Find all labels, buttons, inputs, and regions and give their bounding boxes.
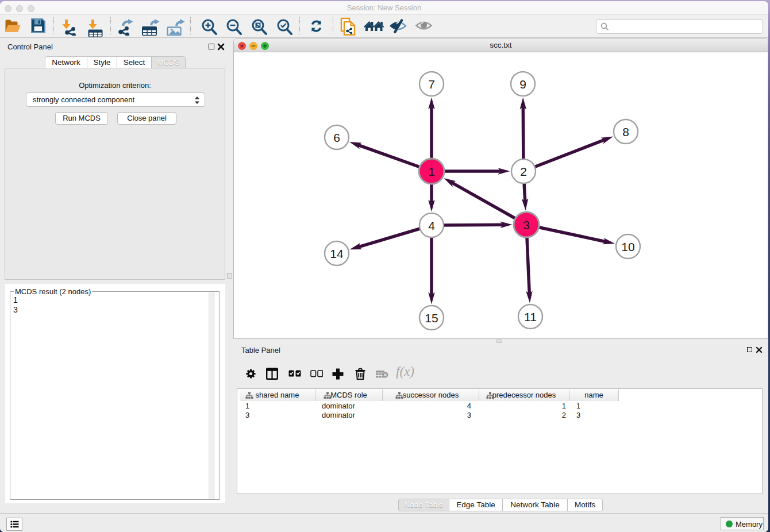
svg-text:15: 15 — [425, 311, 438, 324]
svg-text:10: 10 — [621, 240, 634, 253]
svg-text:4: 4 — [428, 218, 435, 232]
svg-text:3: 3 — [523, 218, 530, 231]
svg-text:14: 14 — [330, 246, 344, 260]
svg-text:9: 9 — [519, 77, 526, 90]
svg-text:8: 8 — [622, 125, 629, 138]
svg-text:2: 2 — [520, 164, 527, 178]
svg-text:6: 6 — [333, 130, 340, 144]
svg-text:1: 1 — [428, 164, 435, 178]
svg-text:11: 11 — [524, 310, 537, 323]
svg-text:7: 7 — [428, 77, 435, 90]
